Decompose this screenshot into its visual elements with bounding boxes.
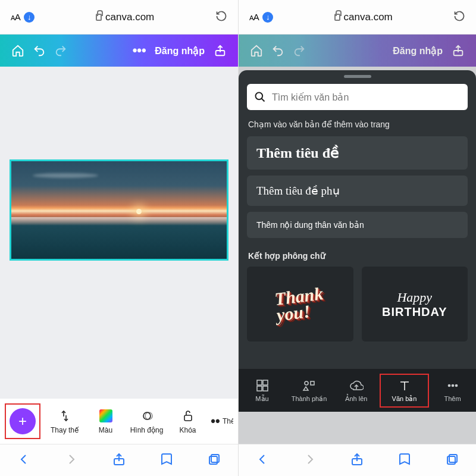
login-button: Đăng nhập	[393, 45, 443, 57]
safari-bottom-nav	[0, 444, 238, 476]
tab-templates[interactable]: Mẫu	[239, 375, 286, 406]
add-body-text-button[interactable]: Thêm nội dung thân văn bản	[247, 212, 468, 238]
more-menu-button[interactable]: •••	[129, 40, 150, 61]
undo-button	[267, 40, 289, 61]
svg-rect-18	[449, 455, 457, 462]
screen-right-text-panel: AA ↓ canva.com Đăng nhập Tìm kiếm văn bả…	[238, 0, 476, 476]
tabs-button[interactable]	[207, 452, 221, 469]
tab-more[interactable]: Thêm	[429, 375, 476, 406]
highlight-add-button: +	[5, 403, 40, 439]
svg-point-14	[448, 384, 450, 386]
search-icon	[254, 91, 266, 103]
canva-toolbar-dimmed: Đăng nhập	[239, 35, 476, 67]
back-button[interactable]	[17, 452, 31, 469]
panel-category-bar: Mẫu Thành phần Ảnh lên Văn bản Thêm	[239, 369, 476, 412]
tab-text[interactable]: Văn bản	[380, 374, 429, 408]
text-size-control[interactable]: AA	[11, 12, 20, 22]
safari-address-bar: AA ↓ canva.com	[0, 0, 238, 35]
combo-happy-birthday[interactable]: Happy BIRTHDAY	[362, 267, 468, 342]
svg-rect-19	[447, 456, 455, 464]
lock-icon	[96, 14, 102, 21]
tap-hint: Chạm vào văn bản để thêm vào trang	[248, 120, 466, 129]
more-dots[interactable]: ••	[208, 414, 223, 429]
bookmarks-button[interactable]	[397, 452, 412, 469]
redo-button	[289, 40, 310, 61]
cut-off-label: Thê	[223, 417, 233, 425]
svg-rect-11	[257, 386, 262, 391]
rainbow-icon	[99, 409, 112, 422]
download-indicator-icon[interactable]: ↓	[262, 12, 273, 23]
share-button	[447, 40, 469, 61]
animate-button[interactable]: Hình động	[126, 408, 167, 434]
screen-left-editor: AA ↓ canva.com ••• Đăng nhập +	[0, 0, 238, 476]
forward-button	[303, 452, 317, 469]
svg-point-8	[256, 93, 263, 100]
back-button[interactable]	[255, 452, 270, 469]
svg-rect-10	[263, 380, 268, 385]
search-text-input[interactable]: Tìm kiếm văn bản	[247, 84, 468, 110]
add-subheading-button[interactable]: Thêm tiêu đề phụ	[247, 176, 468, 206]
home-button	[246, 40, 267, 61]
canvas-area-covered: Tìm kiếm văn bản Chạm vào văn bản để thê…	[239, 67, 476, 444]
color-button[interactable]: Màu	[85, 408, 126, 434]
bookmarks-button[interactable]	[159, 452, 174, 469]
safari-bottom-nav	[239, 444, 476, 476]
canvas-area[interactable]	[0, 67, 238, 399]
svg-rect-5	[211, 455, 219, 462]
svg-rect-6	[209, 456, 217, 464]
text-size-control[interactable]: AA	[249, 12, 259, 22]
add-heading-button[interactable]: Thêm tiêu đề	[247, 136, 468, 170]
share-safari-button[interactable]	[112, 452, 126, 469]
sheet-grabber[interactable]	[344, 75, 371, 78]
add-button[interactable]: +	[10, 408, 36, 434]
canva-toolbar: ••• Đăng nhập	[0, 35, 238, 67]
share-button[interactable]	[209, 40, 231, 61]
tab-uploads[interactable]: Ảnh lên	[333, 375, 380, 406]
lock-icon	[334, 14, 340, 21]
download-indicator-icon[interactable]: ↓	[24, 12, 35, 23]
text-panel-sheet: Tìm kiếm văn bản Chạm vào văn bản để thê…	[239, 70, 476, 412]
svg-rect-3	[184, 415, 192, 421]
sunset-photo	[11, 161, 227, 259]
svg-point-13	[305, 381, 308, 385]
url-display[interactable]: canva.com	[273, 11, 453, 23]
undo-button[interactable]	[29, 40, 50, 61]
svg-point-2	[145, 412, 152, 419]
tabs-button[interactable]	[445, 452, 459, 469]
reload-button[interactable]	[215, 10, 227, 24]
svg-point-16	[455, 384, 457, 386]
font-combinations: Thankyou! Happy BIRTHDAY	[239, 267, 476, 369]
redo-button[interactable]	[50, 40, 71, 61]
share-safari-button[interactable]	[350, 452, 364, 469]
safari-address-bar: AA ↓ canva.com	[239, 0, 476, 35]
url-display[interactable]: canva.com	[35, 11, 215, 23]
tab-elements[interactable]: Thành phần	[286, 375, 333, 406]
font-combo-label: Kết hợp phông chữ	[248, 251, 466, 261]
replace-button[interactable]: Thay thế	[44, 408, 85, 434]
lock-button[interactable]: Khóa	[167, 408, 208, 434]
svg-rect-9	[257, 380, 262, 385]
selected-image[interactable]	[10, 159, 228, 261]
svg-point-15	[452, 384, 453, 386]
svg-rect-12	[263, 386, 268, 391]
forward-button	[64, 452, 79, 469]
login-button[interactable]: Đăng nhập	[155, 45, 205, 57]
home-button[interactable]	[7, 40, 29, 61]
svg-point-1	[143, 412, 151, 419]
bottom-edit-bar: + Thay thế Màu Hình động Khóa •• Thê	[0, 399, 238, 444]
combo-thank-you[interactable]: Thankyou!	[247, 267, 353, 342]
reload-button[interactable]	[453, 10, 465, 24]
